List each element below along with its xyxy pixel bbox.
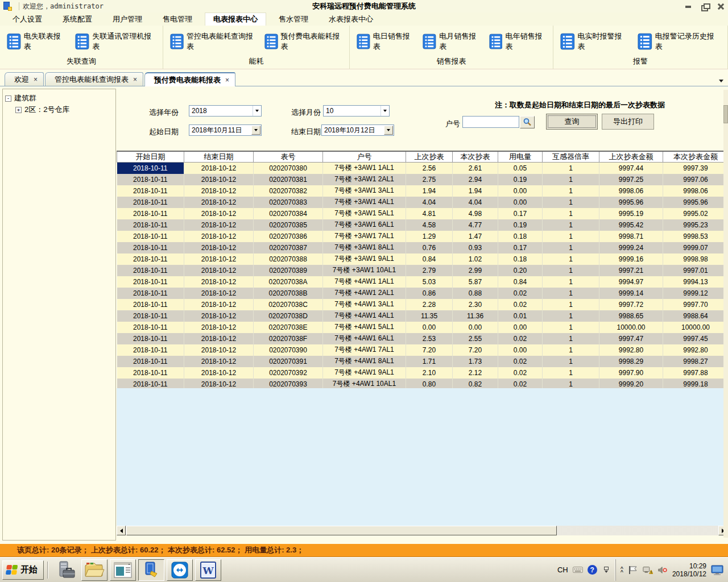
taskbar-item-word[interactable]: W (195, 559, 221, 581)
table-cell[interactable]: 020207038B (254, 288, 323, 299)
table-cell[interactable]: 2018-10-12 (184, 197, 254, 208)
table-cell[interactable]: 1 (543, 163, 599, 174)
table-cell[interactable]: 2018-10-11 (117, 208, 184, 219)
taskbar-item-teamviewer[interactable] (167, 559, 193, 581)
account-input[interactable] (462, 116, 519, 128)
ribbon-button-管控电表能耗查询报表[interactable]: 管控电表能耗查询报表 (167, 30, 259, 53)
table-cell[interactable]: 9997.70 (663, 299, 728, 310)
table-cell[interactable]: 9988.65 (599, 310, 663, 322)
table-cell[interactable]: 1 (543, 356, 599, 367)
ribbon-button-失联通讯管理机报表[interactable]: 失联通讯管理机报表 (72, 30, 159, 53)
table-cell[interactable]: 1 (543, 174, 599, 185)
month-select[interactable]: 10 (323, 105, 390, 117)
table-cell[interactable]: 0.86 (406, 288, 453, 299)
column-header-开始日期[interactable]: 开始日期 (117, 151, 184, 163)
table-cell[interactable]: 7号楼 +3AW1 3AL1 (323, 185, 406, 197)
table-cell[interactable]: 0.17 (498, 208, 543, 219)
keyboard-icon[interactable] (573, 565, 583, 575)
table-cell[interactable]: 9994.97 (599, 276, 663, 288)
menu-item-用户管理[interactable]: 用户管理 (105, 13, 150, 26)
table-cell[interactable]: 7号楼 +3AW1 2AL1 (323, 174, 406, 185)
table-cell[interactable]: 2018-10-12 (184, 299, 254, 310)
table-cell[interactable]: 7号楼 +3AW1 8AL1 (323, 242, 406, 253)
taskbar-item-acrel-app[interactable] (138, 559, 164, 581)
table-cell[interactable]: 7号楼 +4AW1 8AL1 (323, 356, 406, 367)
table-cell[interactable]: 2018-10-12 (184, 163, 254, 174)
table-cell[interactable]: 7号楼 +4AW1 6AL1 (323, 333, 406, 344)
tab-管控电表能耗查询报表[interactable]: 管控电表能耗查询报表× (45, 72, 143, 86)
table-row[interactable]: 2018-10-112018-10-1202020703837号楼 +3AW1 … (117, 197, 728, 208)
chevron-up-icon[interactable]: ^^ (621, 567, 623, 573)
table-row[interactable]: 2018-10-112018-10-1202020703897号楼 +3AW1 … (117, 265, 728, 276)
table-cell[interactable]: 9998.06 (663, 185, 728, 197)
table-cell[interactable]: 7号楼 +3AW1 10AL1 (323, 265, 406, 276)
table-cell[interactable]: 9997.88 (663, 367, 728, 379)
table-cell[interactable]: 1 (543, 185, 599, 197)
tab-close-icon[interactable]: × (34, 76, 38, 84)
table-cell[interactable]: 0.02 (498, 333, 543, 344)
table-cell[interactable]: 9998.53 (663, 231, 728, 242)
table-cell[interactable]: 2.12 (453, 367, 498, 379)
table-cell[interactable]: 2018-10-11 (117, 197, 184, 208)
table-cell[interactable]: 9998.71 (599, 231, 663, 242)
table-cell[interactable]: 2018-10-12 (184, 322, 254, 333)
table-row[interactable]: 2018-10-112018-10-12020207038C7号楼 +4AW1 … (117, 299, 728, 310)
chevron-down-icon[interactable] (251, 126, 260, 135)
table-cell[interactable]: 2018-10-12 (184, 208, 254, 219)
table-cell[interactable]: 2018-10-12 (184, 219, 254, 231)
show-desktop-icon[interactable] (711, 564, 723, 576)
table-row[interactable]: 2018-10-112018-10-1202020703847号楼 +3AW1 … (117, 208, 728, 219)
table-cell[interactable]: 7号楼 +3AW1 7AL1 (323, 231, 406, 242)
table-cell[interactable]: 020207038C (254, 299, 323, 310)
table-cell[interactable]: 9995.42 (599, 219, 663, 231)
table-cell[interactable]: 2.56 (406, 163, 453, 174)
minimize-icon[interactable] (685, 3, 693, 10)
table-cell[interactable]: 0202070389 (254, 265, 323, 276)
table-cell[interactable]: 0.88 (453, 288, 498, 299)
table-cell[interactable]: 4.58 (406, 219, 453, 231)
menu-item-售电管理[interactable]: 售电管理 (155, 13, 200, 26)
table-cell[interactable]: 2018-10-11 (117, 344, 184, 356)
table-cell[interactable]: 2.94 (453, 174, 498, 185)
table-cell[interactable]: 0.02 (498, 356, 543, 367)
table-cell[interactable]: 2018-10-11 (117, 265, 184, 276)
table-cell[interactable]: 9998.06 (599, 185, 663, 197)
table-cell[interactable]: 7号楼 +3AW1 1AL1 (323, 163, 406, 174)
table-row[interactable]: 2018-10-112018-10-1202020703907号楼 +4AW1 … (117, 344, 728, 356)
table-cell[interactable]: 7.20 (453, 344, 498, 356)
table-cell[interactable]: 9995.19 (599, 208, 663, 219)
column-header-互感器倍率[interactable]: 互感器倍率 (543, 151, 599, 163)
table-cell[interactable]: 7号楼 +3AW1 5AL1 (323, 208, 406, 219)
horizontal-scrollbar[interactable] (117, 526, 728, 535)
table-cell[interactable]: 0.18 (498, 231, 543, 242)
taskbar-item-folder[interactable] (81, 559, 107, 581)
table-row[interactable]: 2018-10-112018-10-12020207038B7号楼 +4AW1 … (117, 288, 728, 299)
table-cell[interactable]: 2.79 (406, 265, 453, 276)
menu-item-个人设置[interactable]: 个人设置 (5, 13, 50, 26)
table-cell[interactable]: 0202070380 (254, 163, 323, 174)
table-cell[interactable]: 0202070381 (254, 174, 323, 185)
table-cell[interactable]: 0202070385 (254, 219, 323, 231)
table-cell[interactable]: 9992.80 (599, 344, 663, 356)
table-cell[interactable]: 2018-10-11 (117, 322, 184, 333)
table-cell[interactable]: 0.00 (498, 344, 543, 356)
table-cell[interactable]: 0.02 (498, 299, 543, 310)
column-header-上次抄表[interactable]: 上次抄表 (406, 151, 453, 163)
table-cell[interactable]: 0.84 (498, 276, 543, 288)
table-cell[interactable]: 2018-10-11 (117, 242, 184, 253)
table-cell[interactable]: 9997.06 (663, 174, 728, 185)
table-row[interactable]: 2018-10-112018-10-1202020703887号楼 +3AW1 … (117, 253, 728, 265)
table-cell[interactable]: 0.00 (498, 185, 543, 197)
table-cell[interactable]: 2018-10-11 (117, 310, 184, 322)
table-row[interactable]: 2018-10-112018-10-1202020703807号楼 +3AW1 … (117, 163, 728, 174)
table-cell[interactable]: 1 (543, 219, 599, 231)
table-cell[interactable]: 9997.72 (599, 299, 663, 310)
table-cell[interactable]: 7号楼 +4AW1 4AL1 (323, 310, 406, 322)
table-cell[interactable]: 9997.47 (599, 333, 663, 344)
close-icon[interactable] (717, 3, 725, 10)
table-row[interactable]: 2018-10-112018-10-12020207038D7号楼 +4AW1 … (117, 310, 728, 322)
table-cell[interactable]: 1 (543, 276, 599, 288)
table-row[interactable]: 2018-10-112018-10-12020207038A7号楼 +4AW1 … (117, 276, 728, 288)
table-cell[interactable]: 9997.25 (599, 174, 663, 185)
table-cell[interactable]: 1 (543, 310, 599, 322)
